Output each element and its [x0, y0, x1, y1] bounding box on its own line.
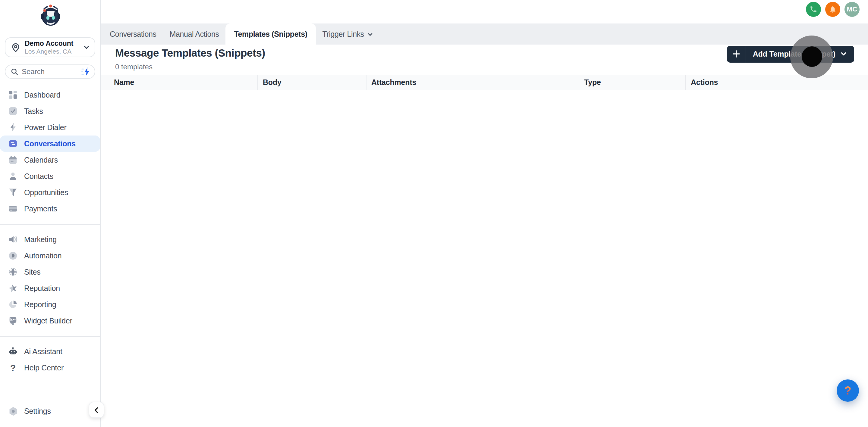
sidebar-item-label: Help Center — [24, 363, 64, 372]
sidebar-item-label: Calendars — [24, 156, 58, 164]
sidebar-item-label: Tasks — [24, 107, 43, 115]
sidebar-item-label: Settings — [24, 407, 51, 415]
lightning-icon — [8, 122, 18, 132]
sidebar-item-conversations[interactable]: Conversations — [0, 135, 100, 152]
sidebar-item-payments[interactable]: Payments — [0, 201, 100, 217]
page-title: Message Templates (Snippets) — [115, 47, 265, 60]
sidebar-item-help-center[interactable]: ? Help Center — [0, 360, 100, 376]
conversations-chat-icon — [8, 138, 18, 149]
dashboard-icon — [8, 90, 18, 100]
add-template-button[interactable]: Add Template (Snippet) — [727, 46, 854, 62]
search-bar[interactable] — [5, 64, 95, 79]
robot-logo-icon — [38, 3, 63, 28]
person-icon — [8, 171, 18, 181]
sidebar-item-reputation[interactable]: Reputation — [0, 280, 100, 296]
column-header-name[interactable]: Name — [101, 75, 258, 90]
question-mark-icon: ? — [8, 363, 18, 373]
user-avatar[interactable]: MC — [844, 1, 860, 17]
sidebar-item-reporting[interactable]: Reporting — [0, 296, 100, 313]
sidebar-item-label: Opportunities — [24, 188, 68, 197]
tab-label: Manual Actions — [170, 30, 219, 38]
sidebar-item-label: Marketing — [24, 235, 57, 243]
sidebar-item-label: Contacts — [24, 172, 53, 180]
sidebar-item-label: Ai Assistant — [24, 347, 62, 356]
chevron-down-icon — [840, 51, 847, 58]
sidebar-item-tasks[interactable]: Tasks — [0, 103, 100, 119]
sidebar-item-dashboard[interactable]: Dashboard — [0, 87, 100, 103]
tab-label: Conversations — [110, 30, 156, 38]
account-texts: Demo Account Los Angeles, CA — [25, 40, 79, 55]
automation-icon — [8, 251, 18, 261]
location-pin-icon — [11, 42, 21, 52]
search-input[interactable] — [22, 67, 78, 76]
sidebar-item-power-dialer[interactable]: Power Dialer — [0, 119, 100, 135]
sidebar-item-label: Dashboard — [24, 91, 61, 99]
template-count: 0 templates — [115, 63, 265, 71]
calendar-icon — [8, 155, 18, 165]
tab-templates-snippets[interactable]: Templates (Snippets) — [226, 24, 316, 44]
sidebar-item-automation[interactable]: Automation — [0, 248, 100, 264]
star-icon — [8, 283, 18, 293]
sidebar-item-label: Widget Builder — [24, 317, 72, 325]
sidebar-item-label: Automation — [24, 252, 61, 260]
sidebar-item-calendars[interactable]: Calendars — [0, 152, 100, 168]
tab-bar: Conversations Manual Actions Templates (… — [101, 24, 868, 44]
megaphone-icon — [8, 234, 18, 244]
topbar-icons: MC — [806, 1, 860, 17]
app-root: Demo Account Los Angeles, CA — [0, 0, 868, 427]
credit-card-icon — [8, 203, 18, 214]
sidebar-item-label: Reputation — [24, 284, 60, 292]
smart-search-bolt-icon — [82, 67, 90, 76]
sidebar: Demo Account Los Angeles, CA — [0, 0, 101, 427]
funnel-icon — [8, 187, 18, 198]
settings-gear-icon — [8, 406, 18, 416]
table-header-row: Name Body Attachments Type Actions — [101, 75, 868, 90]
help-fab-button[interactable]: ? — [837, 380, 859, 402]
avatar-initials: MC — [846, 5, 857, 13]
tab-conversations[interactable]: Conversations — [103, 24, 163, 44]
sidebar-item-label: Reporting — [24, 300, 56, 309]
account-location: Los Angeles, CA — [25, 47, 79, 55]
sidebar-item-sites[interactable]: Sites — [0, 264, 100, 280]
column-header-body[interactable]: Body — [258, 75, 367, 90]
bell-icon — [829, 5, 837, 13]
column-header-attachments[interactable]: Attachments — [367, 75, 579, 90]
robot-icon — [8, 346, 18, 357]
account-selector[interactable]: Demo Account Los Angeles, CA — [5, 37, 95, 57]
sidebar-divider — [0, 224, 101, 225]
sidebar-item-label: Power Dialer — [24, 123, 67, 132]
help-question-icon: ? — [844, 384, 851, 397]
phone-icon — [809, 5, 817, 13]
column-header-actions[interactable]: Actions — [686, 75, 868, 90]
chevron-left-icon — [93, 406, 100, 414]
search-icon — [11, 68, 18, 75]
sidebar-item-label: Payments — [24, 204, 57, 213]
plus-icon — [727, 46, 746, 62]
account-name: Demo Account — [25, 40, 79, 47]
pie-chart-icon — [8, 299, 18, 309]
sidebar-collapse-button[interactable] — [89, 402, 104, 418]
chevron-down-icon — [83, 44, 90, 51]
tasks-check-icon — [8, 106, 18, 116]
sidebar-item-settings[interactable]: Settings — [0, 403, 100, 419]
column-header-type[interactable]: Type — [579, 75, 686, 90]
app-logo[interactable] — [0, 3, 101, 28]
templates-table: Name Body Attachments Type Actions — [101, 75, 868, 331]
sidebar-item-label: Conversations — [24, 139, 76, 148]
notifications-button[interactable] — [825, 1, 840, 17]
tab-trigger-links[interactable]: Trigger Links — [316, 24, 380, 44]
sidebar-item-marketing[interactable]: Marketing — [0, 231, 100, 248]
sidebar-divider — [0, 336, 101, 337]
sidebar-item-opportunities[interactable]: Opportunities — [0, 184, 100, 201]
sidebar-item-ai-assistant[interactable]: Ai Assistant — [0, 343, 100, 360]
sidebar-item-label: Sites — [24, 268, 41, 276]
sidebar-item-widget-builder[interactable]: Widget Builder — [0, 313, 100, 329]
table-body-empty — [101, 90, 868, 331]
phone-button[interactable] — [806, 1, 821, 17]
tab-manual-actions[interactable]: Manual Actions — [163, 24, 226, 44]
chevron-down-icon — [367, 31, 373, 37]
add-template-label: Add Template (Snippet) — [746, 50, 840, 58]
main-area: MC Conversations Manual Actions Template… — [101, 0, 868, 427]
sidebar-item-contacts[interactable]: Contacts — [0, 168, 100, 184]
chat-widget-icon — [8, 316, 18, 326]
